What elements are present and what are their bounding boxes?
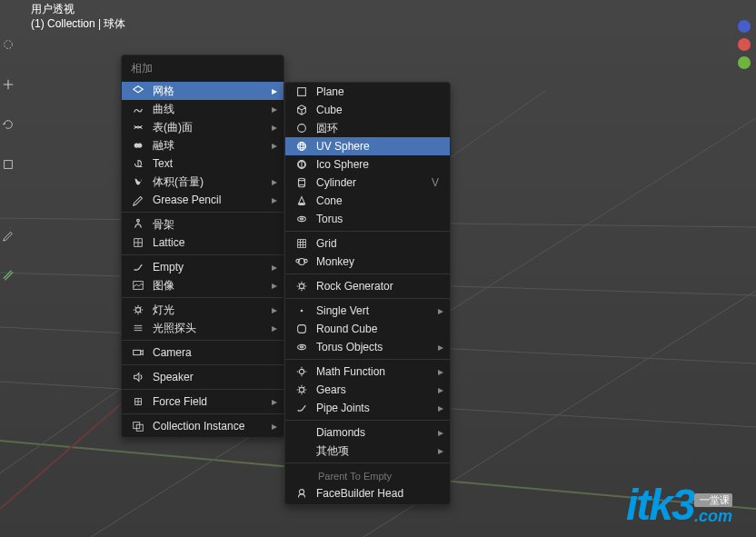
menu-item-torus[interactable]: Torus: [285, 210, 450, 228]
grid-icon: [294, 237, 309, 250]
menu-item-camera[interactable]: Camera: [122, 343, 284, 362]
gear-icon: [294, 280, 309, 293]
grease-pencil-icon: [131, 194, 145, 206]
chevron-right-icon: ▸: [272, 279, 277, 292]
chevron-right-icon: ▸: [272, 420, 277, 433]
menu-item-light-probe[interactable]: 光照探头▸: [122, 319, 284, 337]
menu-item-collection-instance[interactable]: Collection Instance▸: [122, 417, 284, 435]
viewport-header-line1: 用户透视: [31, 2, 125, 16]
cursor-tool-icon[interactable]: [0, 36, 16, 53]
svg-rect-30: [298, 240, 306, 248]
svg-point-40: [299, 387, 303, 392]
svg-point-13: [137, 219, 140, 222]
menu-item-surface[interactable]: 表(曲)面▸: [122, 118, 284, 136]
svg-rect-10: [5, 161, 13, 169]
svg-point-12: [137, 143, 142, 147]
menu-item-armature[interactable]: 骨架: [122, 215, 284, 234]
menu-item-single-vert[interactable]: Single Vert▸: [285, 302, 450, 320]
menu-separator: [122, 340, 284, 341]
menu-item-pipe-joints[interactable]: Pipe Joints▸: [285, 399, 450, 417]
menu-item-cone[interactable]: Cone: [285, 192, 450, 210]
svg-point-33: [304, 259, 308, 263]
annotate-tool-icon[interactable]: [0, 227, 16, 244]
axis-gizmo[interactable]: [738, 20, 751, 69]
menu-item-math-function[interactable]: Math Function▸: [285, 363, 450, 381]
svg-rect-19: [298, 88, 306, 96]
svg-point-9: [5, 41, 13, 49]
add-menu: 相加 网格▸ 曲线▸ 表(曲)面▸ 融球▸ Text 体积(音量)▸ Greas…: [121, 55, 284, 438]
collection-icon: [131, 420, 145, 433]
menu-item-image[interactable]: 图像▸: [122, 276, 284, 294]
chevron-right-icon: ▸: [438, 341, 443, 353]
svg-point-29: [300, 218, 303, 220]
menu-separator: [122, 413, 284, 414]
chevron-right-icon: ▸: [272, 121, 277, 134]
chevron-right-icon: ▸: [272, 194, 277, 206]
menu-item-round-cube[interactable]: Round Cube: [285, 320, 450, 338]
menu-item-uv-sphere[interactable]: UV Sphere: [285, 137, 450, 155]
light-icon: [131, 303, 145, 316]
menu-item-speaker[interactable]: Speaker: [122, 368, 284, 386]
menu-heading-parent: Parent To Empty: [285, 466, 450, 484]
menu-item-cylinder[interactable]: CylinderV: [285, 174, 450, 192]
axis-x-icon[interactable]: [738, 38, 751, 51]
svg-point-26: [299, 184, 305, 187]
menu-separator: [285, 298, 450, 299]
armature-icon: [131, 218, 145, 231]
axis-y-icon[interactable]: [738, 56, 751, 69]
cube-icon: [294, 104, 309, 116]
light-probe-icon: [131, 322, 145, 334]
menu-item-ico-sphere[interactable]: Ico Sphere: [285, 155, 450, 174]
menu-item-circle[interactable]: 圆环: [285, 119, 450, 137]
move-tool-icon[interactable]: [0, 76, 16, 93]
menu-item-grid[interactable]: Grid: [285, 234, 450, 253]
menu-item-light[interactable]: 灯光▸: [122, 301, 284, 319]
viewport-header-line2: (1) Collection | 球体: [31, 16, 125, 31]
menu-item-plane[interactable]: Plane: [285, 83, 450, 101]
svg-point-39: [299, 369, 303, 373]
metaball-icon: [131, 139, 145, 152]
menu-separator: [122, 212, 284, 213]
lattice-icon: [131, 236, 145, 249]
menu-separator: [285, 273, 450, 274]
speaker-icon: [131, 371, 145, 383]
empty-icon: [131, 261, 145, 273]
chevron-right-icon: ▸: [272, 85, 277, 97]
menu-item-grease-pencil[interactable]: Grease Pencil▸: [122, 191, 284, 209]
head-icon: [294, 487, 309, 500]
watermark: itk3 一堂课 .com: [626, 480, 732, 530]
menu-item-facebuilder-head[interactable]: FaceBuilder Head: [285, 484, 450, 502]
scale-tool-icon[interactable]: [0, 156, 16, 173]
menu-item-other[interactable]: 其他项▸: [285, 442, 450, 460]
menu-item-curve[interactable]: 曲线▸: [122, 100, 284, 118]
chevron-right-icon: ▸: [272, 175, 277, 188]
dot-icon: [294, 304, 309, 317]
menu-item-diamonds[interactable]: Diamonds▸: [285, 423, 450, 442]
round-cube-icon: [294, 323, 309, 335]
menu-item-volume[interactable]: 体积(音量)▸: [122, 173, 284, 191]
axis-z-icon[interactable]: [738, 20, 751, 33]
rotate-tool-icon[interactable]: [0, 116, 16, 133]
menu-item-text[interactable]: Text: [122, 154, 284, 173]
menu-item-gears[interactable]: Gears▸: [285, 381, 450, 399]
menu-item-mesh[interactable]: 网格▸: [122, 82, 284, 100]
measure-tool-icon[interactable]: [0, 267, 16, 283]
menu-item-metaball[interactable]: 融球▸: [122, 136, 284, 154]
camera-icon: [131, 346, 145, 359]
torus-objects-icon: [294, 341, 309, 353]
menu-item-lattice[interactable]: Lattice: [122, 234, 284, 252]
menu-separator: [122, 364, 284, 365]
chevron-right-icon: ▸: [438, 365, 443, 378]
svg-point-38: [300, 346, 303, 348]
menu-item-force-field[interactable]: Force Field▸: [122, 393, 284, 411]
menu-item-empty[interactable]: Empty▸: [122, 258, 284, 276]
uv-sphere-icon: [294, 140, 309, 153]
chevron-right-icon: ▸: [438, 426, 443, 439]
menu-item-torus-objects[interactable]: Torus Objects▸: [285, 338, 450, 356]
menu-item-cube[interactable]: Cube: [285, 101, 450, 119]
menu-item-monkey[interactable]: Monkey: [285, 253, 450, 271]
svg-point-41: [299, 490, 303, 494]
menu-separator: [285, 359, 450, 360]
chevron-right-icon: ▸: [272, 322, 277, 334]
menu-item-rock-generator[interactable]: Rock Generator: [285, 277, 450, 295]
